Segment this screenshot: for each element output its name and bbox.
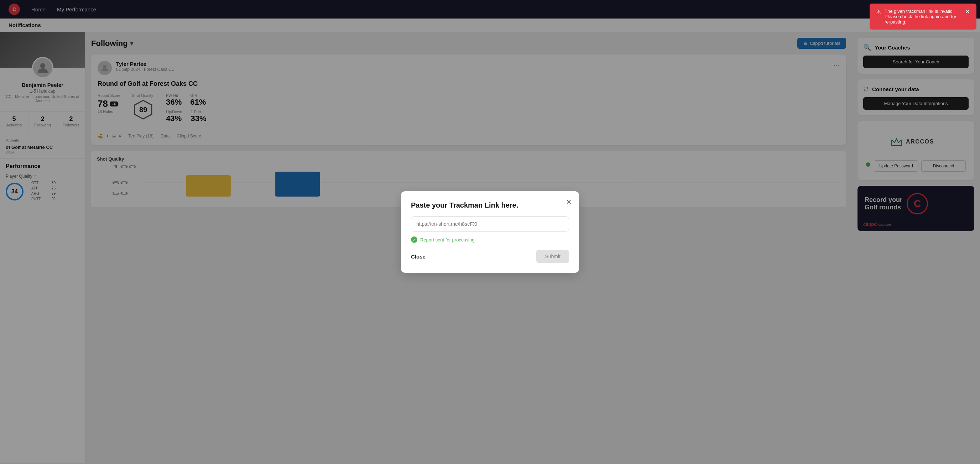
trackman-link-input[interactable] [411, 216, 569, 232]
modal-overlay[interactable]: Paste your Trackman Link here. ✕ ✓ Repor… [0, 0, 980, 464]
modal-close-button[interactable]: Close [411, 254, 426, 260]
success-check-icon: ✓ [411, 237, 417, 243]
toast-close-button[interactable]: ✕ [965, 8, 970, 15]
trackman-modal: Paste your Trackman Link here. ✕ ✓ Repor… [401, 191, 579, 273]
modal-success-message: ✓ Report sent for processing [411, 237, 569, 243]
modal-close-x-button[interactable]: ✕ [566, 199, 572, 205]
warning-icon: ⚠ [876, 9, 881, 16]
modal-submit-button[interactable]: Submit [536, 250, 569, 263]
modal-footer: Close Submit [411, 250, 569, 263]
modal-title: Paste your Trackman Link here. [411, 201, 569, 210]
toast-message: The given trackman link is invalid. Plea… [885, 8, 961, 25]
error-toast: ⚠ The given trackman link is invalid. Pl… [870, 3, 977, 30]
